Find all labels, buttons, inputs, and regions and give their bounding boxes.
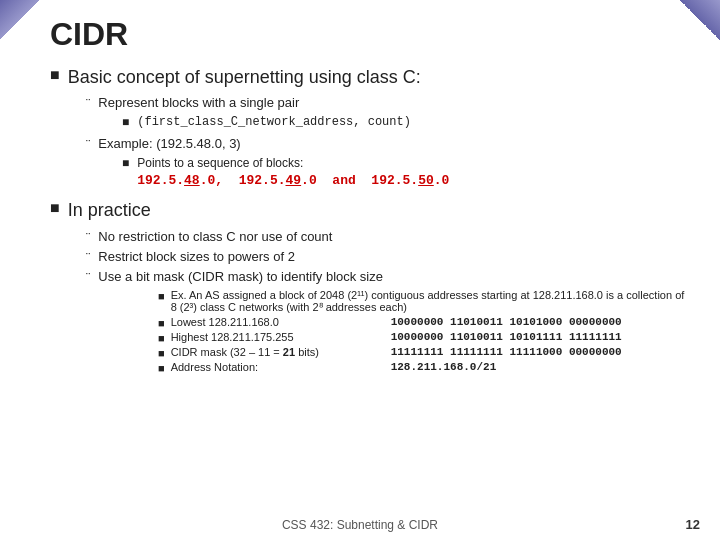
sub2-marker: ¨ bbox=[86, 137, 90, 152]
detail-addr-label: Address Notation: bbox=[171, 361, 391, 373]
ip2: 192.5.49.0 bbox=[239, 173, 317, 188]
sub1-detail-marker: ■ bbox=[122, 115, 129, 129]
ip1: 192.5.48.0, bbox=[137, 173, 223, 188]
section2-bullet: ■ In practice bbox=[50, 198, 690, 223]
detail-highest-label: Highest 128.211.175.255 bbox=[171, 331, 391, 343]
points-to-text: Points to a sequence of blocks: bbox=[137, 156, 303, 170]
detail-addr-marker: ■ bbox=[158, 362, 165, 374]
detail-intro-text: Ex. An AS assigned a block of 2048 (2¹¹)… bbox=[171, 289, 690, 314]
section1-sub2-detail-row: ■ Points to a sequence of blocks: 192.5.… bbox=[122, 155, 690, 190]
detail-cidr-row: ■ CIDR mask (32 – 11 = 21 bits) 11111111… bbox=[158, 346, 690, 359]
detail-table: ■ Ex. An AS assigned a block of 2048 (2¹… bbox=[158, 289, 690, 374]
ip3: 192.5.50.0 bbox=[371, 173, 449, 188]
section1-sub2-detail-prefix: Points to a sequence of blocks: 192.5.48… bbox=[137, 155, 449, 190]
detail-intro-row: ■ Ex. An AS assigned a block of 2048 (2¹… bbox=[158, 289, 690, 314]
detail-addr-value: 128.211.168.0/21 bbox=[391, 361, 497, 373]
detail-highest-value: 10000000 11010011 10101111 11111111 bbox=[391, 331, 622, 343]
detail-addr-row: ■ Address Notation: 128.211.168.0/21 bbox=[158, 361, 690, 374]
detail-cidr-marker: ■ bbox=[158, 347, 165, 359]
footer: CSS 432: Subnetting & CIDR bbox=[0, 518, 720, 532]
section1-sub1-bullet: ¨ Represent blocks with a single pair bbox=[86, 94, 690, 112]
section1-sub1-detail-row: ■ (first_class_C_network_address, count) bbox=[122, 114, 690, 131]
section1-sub2-detail-value: 192.5.48.0, 192.5.49.0 and 192.5.50.0 bbox=[137, 173, 449, 188]
corner-decoration-tl bbox=[0, 0, 40, 40]
detail-cidr-value: 11111111 11111111 11111000 00000000 bbox=[391, 346, 622, 358]
detail-lowest-marker: ■ bbox=[158, 317, 165, 329]
section1-bullet: ■ Basic concept of supernetting using cl… bbox=[50, 65, 690, 90]
detail-highest-marker: ■ bbox=[158, 332, 165, 344]
detail-intro-marker: ■ bbox=[158, 290, 165, 302]
slide-title: CIDR bbox=[50, 16, 690, 53]
section2-sub2-marker: ¨ bbox=[86, 250, 90, 265]
section2-sub2-bullet: ¨ Restrict block sizes to powers of 2 bbox=[86, 248, 690, 266]
section2-sub3-marker: ¨ bbox=[86, 270, 90, 285]
bullet-marker-1: ■ bbox=[50, 66, 60, 84]
detail-lowest-row: ■ Lowest 128.211.168.0 10000000 11010011… bbox=[158, 316, 690, 329]
section2-sub3-bullet: ¨ Use a bit mask (CIDR mask) to identify… bbox=[86, 268, 690, 286]
slide-content: CIDR ■ Basic concept of supernetting usi… bbox=[50, 10, 690, 510]
section1-sub1-label: Represent blocks with a single pair bbox=[98, 94, 299, 112]
detail-lowest-label: Lowest 128.211.168.0 bbox=[171, 316, 391, 328]
and-text: and bbox=[332, 173, 355, 188]
section1-sub2-label: Example: (192.5.48.0, 3) bbox=[98, 135, 240, 153]
section2-sub1-bullet: ¨ No restriction to class C nor use of c… bbox=[86, 228, 690, 246]
detail-cidr-label: CIDR mask (32 – 11 = 21 bits) bbox=[171, 346, 391, 358]
section2-sub3-label: Use a bit mask (CIDR mask) to identify b… bbox=[98, 268, 383, 286]
sub2-detail-marker: ■ bbox=[122, 156, 129, 170]
bullet-marker-2: ■ bbox=[50, 199, 60, 217]
section2-label: In practice bbox=[68, 198, 151, 223]
section1-sub1-detail: (first_class_C_network_address, count) bbox=[137, 114, 411, 131]
footer-center-text: CSS 432: Subnetting & CIDR bbox=[282, 518, 438, 532]
section1-label: Basic concept of supernetting using clas… bbox=[68, 65, 421, 90]
detail-highest-row: ■ Highest 128.211.175.255 10000000 11010… bbox=[158, 331, 690, 344]
section2-sub1-label: No restriction to class C nor use of cou… bbox=[98, 228, 332, 246]
section2-sub1-marker: ¨ bbox=[86, 230, 90, 245]
detail-lowest-value: 10000000 11010011 10101000 00000000 bbox=[391, 316, 622, 328]
sub1-marker: ¨ bbox=[86, 96, 90, 111]
section1-sub2-bullet: ¨ Example: (192.5.48.0, 3) bbox=[86, 135, 690, 153]
footer-page-number: 12 bbox=[686, 517, 700, 532]
section2-sub2-label: Restrict block sizes to powers of 2 bbox=[98, 248, 295, 266]
